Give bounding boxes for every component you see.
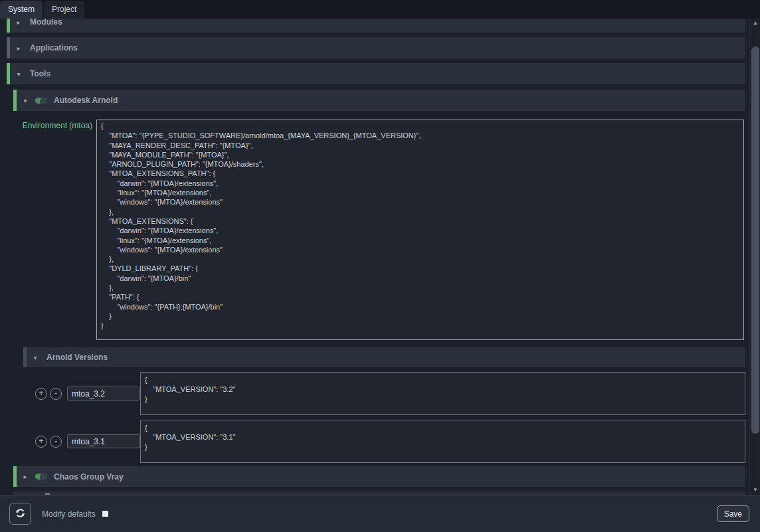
section-header-autodesk-arnold[interactable]: ▾ Autodesk Arnold — [13, 90, 745, 111]
vray-state-bar — [13, 466, 17, 487]
tab-system[interactable]: System — [0, 1, 43, 19]
tab-bar: System Project — [0, 0, 760, 19]
vray-label: Chaos Group Vray — [54, 472, 124, 482]
settings-content: ▸ Modules ▸ Applications ▾ Tools ▾ Autod… — [0, 19, 749, 495]
tools-state-bar — [7, 63, 10, 84]
arnold-expanded-arrow-icon[interactable]: ▾ — [21, 97, 30, 104]
modules-collapsed-arrow-icon[interactable]: ▸ — [14, 19, 23, 26]
tools-label: Tools — [30, 69, 50, 78]
modules-state-bar — [7, 19, 10, 33]
version-json-textarea[interactable]: { "MTOA_VERSION": "3.1" } — [140, 420, 745, 463]
modules-label: Modules — [30, 19, 62, 27]
arnold-versions-label: Arnold Versions — [47, 353, 108, 362]
arnold-enabled-toggle[interactable] — [35, 98, 47, 104]
section-header-chaos-group-vray[interactable]: ▸ Chaos Group Vray — [13, 466, 745, 487]
section-header-tools[interactable]: ▾ Tools — [7, 63, 745, 84]
add-version-button[interactable]: + — [35, 436, 47, 448]
refresh-button[interactable] — [9, 503, 31, 525]
remove-version-button[interactable]: - — [50, 388, 62, 400]
vray-enabled-toggle[interactable] — [35, 474, 47, 480]
tools-expanded-arrow-icon[interactable]: ▾ — [14, 70, 23, 78]
section-header-applications[interactable]: ▸ Applications — [7, 37, 745, 58]
arnold-state-bar — [13, 90, 17, 111]
remove-version-button[interactable]: - — [50, 436, 62, 448]
version-json-textarea[interactable]: { "MTOA_VERSION": "3.2" } — [140, 372, 745, 415]
section-header-modules[interactable]: ▸ Modules — [7, 19, 745, 33]
footer-bar: Modify defaults Save — [0, 495, 760, 532]
arnold-versions-state-bar — [23, 347, 27, 367]
scroll-down-button[interactable]: ▼ — [750, 486, 760, 495]
tab-project[interactable]: Project — [44, 1, 84, 19]
applications-collapsed-arrow-icon[interactable]: ▸ — [14, 44, 23, 52]
refresh-icon — [15, 507, 26, 521]
arnold-version-row-mtoa-3-1: + - { "MTOA_VERSION": "3.1" } — [23, 420, 745, 463]
modify-defaults-checkbox[interactable] — [102, 511, 108, 517]
environment-mtoa-label: Environment (mtoa) — [0, 120, 96, 340]
add-version-button[interactable]: + — [35, 388, 47, 400]
vertical-scrollbar[interactable]: ▲ ▼ — [749, 19, 760, 495]
version-row-controls: + - — [23, 420, 140, 463]
arnold-label: Autodesk Arnold — [54, 96, 118, 105]
applications-state-bar — [7, 37, 10, 58]
arnold-versions-expanded-arrow-icon[interactable]: ▾ — [31, 354, 40, 361]
version-row-controls: + - — [23, 372, 140, 415]
modify-defaults-label: Modify defaults — [42, 509, 96, 519]
vray-collapsed-arrow-icon[interactable]: ▸ — [21, 473, 30, 480]
arnold-version-row-mtoa-3-2: + - { "MTOA_VERSION": "3.2" } — [23, 372, 745, 415]
version-name-input[interactable] — [67, 434, 140, 448]
scrollbar-thumb[interactable] — [751, 46, 759, 434]
save-button[interactable]: Save — [717, 505, 749, 522]
applications-label: Applications — [30, 43, 78, 52]
scroll-up-button[interactable]: ▲ — [750, 19, 760, 28]
arnold-environment-row: Environment (mtoa) { "MTOA": "{PYPE_STUD… — [0, 120, 749, 340]
section-header-arnold-versions[interactable]: ▾ Arnold Versions — [23, 347, 745, 367]
environment-mtoa-textarea[interactable]: { "MTOA": "{PYPE_STUDIO_SOFTWARE}/arnold… — [96, 120, 744, 340]
settings-viewport: ▸ Modules ▸ Applications ▾ Tools ▾ Autod… — [0, 19, 760, 495]
version-name-input[interactable] — [67, 387, 140, 400]
